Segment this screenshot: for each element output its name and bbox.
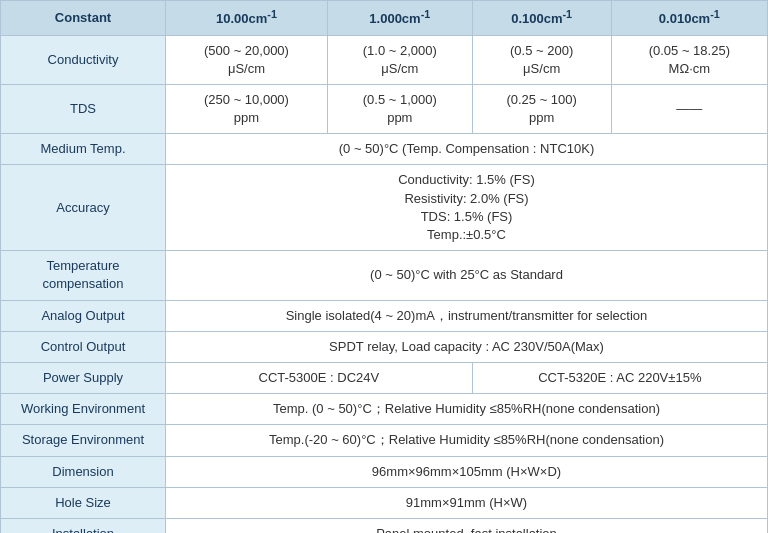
working-env-label: Working Environment: [1, 394, 166, 425]
installation-value: Panel mounted, fast installation: [166, 518, 768, 533]
hole-size-label: Hole Size: [1, 487, 166, 518]
conductivity-label: Conductivity: [1, 35, 166, 84]
tds-label: TDS: [1, 84, 166, 133]
table-row: Control Output SPDT relay, Load capacity…: [1, 331, 768, 362]
header-col3: 0.100cm-1: [472, 1, 611, 36]
table-header-row: Constant 10.00cm-1 1.000cm-1 0.100cm-1 0…: [1, 1, 768, 36]
table-row: Storage Environment Temp.(-20 ~ 60)°C；Re…: [1, 425, 768, 456]
header-col1: 10.00cm-1: [166, 1, 328, 36]
table-row: Working Environment Temp. (0 ~ 50)°C；Rel…: [1, 394, 768, 425]
table-row: Installation Panel mounted, fast install…: [1, 518, 768, 533]
power-supply-right: CCT-5320E : AC 220V±15%: [472, 362, 767, 393]
table-row: Analog Output Single isolated(4 ~ 20)mA，…: [1, 300, 768, 331]
tds-col3: (0.25 ~ 100)ppm: [472, 84, 611, 133]
table-row: Medium Temp. (0 ~ 50)°C (Temp. Compensat…: [1, 134, 768, 165]
power-supply-label: Power Supply: [1, 362, 166, 393]
storage-env-label: Storage Environment: [1, 425, 166, 456]
control-output-value: SPDT relay, Load capacity : AC 230V/50A(…: [166, 331, 768, 362]
conductivity-col3: (0.5 ~ 200)μS/cm: [472, 35, 611, 84]
temp-comp-label: Temperature compensation: [1, 251, 166, 300]
table-row: Power Supply CCT-5300E : DC24V CCT-5320E…: [1, 362, 768, 393]
table-row: Hole Size 91mm×91mm (H×W): [1, 487, 768, 518]
analog-output-value: Single isolated(4 ~ 20)mA，instrument/tra…: [166, 300, 768, 331]
medium-temp-label: Medium Temp.: [1, 134, 166, 165]
hole-size-value: 91mm×91mm (H×W): [166, 487, 768, 518]
table-row: TDS (250 ~ 10,000)ppm (0.5 ~ 1,000)ppm (…: [1, 84, 768, 133]
conductivity-col4: (0.05 ~ 18.25)MΩ·cm: [611, 35, 767, 84]
accuracy-label: Accuracy: [1, 165, 166, 251]
tds-col4: ——: [611, 84, 767, 133]
table-row: Dimension 96mm×96mm×105mm (H×W×D): [1, 456, 768, 487]
dimension-label: Dimension: [1, 456, 166, 487]
header-constant: Constant: [1, 1, 166, 36]
temp-comp-value: (0 ~ 50)°C with 25°C as Standard: [166, 251, 768, 300]
power-supply-left: CCT-5300E : DC24V: [166, 362, 473, 393]
conductivity-col1: (500 ~ 20,000)μS/cm: [166, 35, 328, 84]
tds-col2: (0.5 ~ 1,000)ppm: [327, 84, 472, 133]
dimension-value: 96mm×96mm×105mm (H×W×D): [166, 456, 768, 487]
working-env-value: Temp. (0 ~ 50)°C；Relative Humidity ≤85%R…: [166, 394, 768, 425]
conductivity-col2: (1.0 ~ 2,000)μS/cm: [327, 35, 472, 84]
table-row: Conductivity (500 ~ 20,000)μS/cm (1.0 ~ …: [1, 35, 768, 84]
header-col4: 0.010cm-1: [611, 1, 767, 36]
header-col2: 1.000cm-1: [327, 1, 472, 36]
medium-temp-value: (0 ~ 50)°C (Temp. Compensation : NTC10K): [166, 134, 768, 165]
table-row: Temperature compensation (0 ~ 50)°C with…: [1, 251, 768, 300]
table-row: Accuracy Conductivity: 1.5% (FS) Resisti…: [1, 165, 768, 251]
accuracy-value: Conductivity: 1.5% (FS) Resistivity: 2.0…: [166, 165, 768, 251]
analog-output-label: Analog Output: [1, 300, 166, 331]
control-output-label: Control Output: [1, 331, 166, 362]
installation-label: Installation: [1, 518, 166, 533]
tds-col1: (250 ~ 10,000)ppm: [166, 84, 328, 133]
storage-env-value: Temp.(-20 ~ 60)°C；Relative Humidity ≤85%…: [166, 425, 768, 456]
